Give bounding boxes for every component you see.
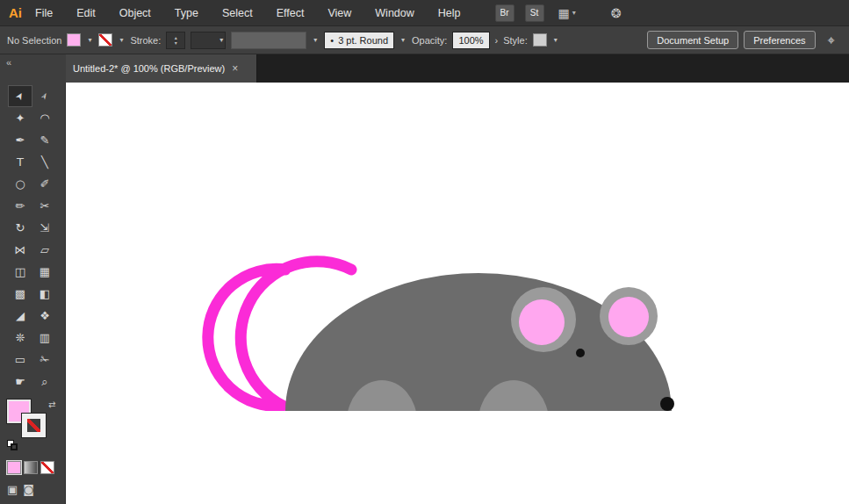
style-swatch[interactable]: [533, 33, 547, 47]
swap-fill-stroke-icon[interactable]: ⇄: [48, 400, 55, 409]
zoom-tool[interactable]: ⌕: [32, 371, 57, 392]
gradient-mode-button[interactable]: [24, 461, 38, 474]
blend-tool[interactable]: ❖: [32, 305, 57, 327]
lasso-tool-icon: ◠: [40, 112, 49, 125]
magic-wand-tool[interactable]: ✦: [8, 107, 32, 129]
artboard-tool-icon: ▭: [15, 353, 25, 366]
arrange-documents-icon[interactable]: ▦: [558, 6, 570, 20]
selection-status: No Selection: [7, 35, 61, 46]
stepper-down-icon[interactable]: ▾: [175, 40, 177, 46]
eyedropper-tool-icon: ◢: [16, 309, 25, 322]
free-transform-tool-icon: ▱: [40, 243, 49, 256]
direct-selection-tool-icon: ➢: [38, 90, 52, 102]
stroke-swatch[interactable]: [22, 414, 46, 437]
document-tab-bar: « Untitled-2* @ 100% (RGB/Preview) ×: [0, 54, 849, 83]
mouse-eye[interactable]: [576, 349, 585, 357]
stroke-weight-combo[interactable]: ▾: [191, 32, 226, 49]
variable-width-combo: [231, 32, 306, 49]
menu-help[interactable]: Help: [438, 7, 461, 19]
scissors-tool[interactable]: ✂: [32, 195, 57, 217]
stroke-color-dropdown-icon[interactable]: ▾: [118, 36, 125, 44]
menu-view[interactable]: View: [327, 7, 351, 19]
collapse-toolbar-button[interactable]: «: [0, 54, 66, 83]
mouse-ear-right-inner[interactable]: [608, 297, 649, 337]
document-setup-button[interactable]: Document Setup: [647, 31, 738, 49]
menu-bar: Ai FileEditObjectTypeSelectEffectViewWin…: [0, 0, 849, 26]
shape-builder-tool[interactable]: ◫: [8, 261, 32, 283]
line-segment-tool[interactable]: ╲: [32, 151, 57, 173]
direct-selection-tool[interactable]: ➢: [32, 85, 57, 107]
stroke-weight-dropdown-icon[interactable]: ▾: [218, 36, 225, 44]
width-tool-icon: ⋈: [15, 243, 26, 256]
menu-edit[interactable]: Edit: [76, 7, 96, 19]
perspective-grid-tool[interactable]: ▦: [32, 261, 57, 283]
ellipse-tool[interactable]: ○: [8, 173, 32, 195]
eyedropper-tool[interactable]: ◢: [8, 305, 32, 327]
preferences-button[interactable]: Preferences: [744, 31, 815, 49]
opacity-input[interactable]: 100%: [452, 32, 489, 49]
draw-normal-mode[interactable]: ▣: [7, 483, 18, 496]
style-dropdown-icon[interactable]: ▾: [552, 36, 559, 44]
pen-tool[interactable]: ✒: [8, 129, 32, 151]
arrange-documents-caret-icon[interactable]: ▾: [572, 9, 576, 17]
hand-tool-icon: ☛: [15, 375, 25, 388]
tab-close-icon[interactable]: ×: [232, 62, 238, 75]
selection-tool[interactable]: ➤: [8, 85, 32, 107]
mouse-foot-front[interactable]: [347, 380, 417, 463]
mesh-tool[interactable]: ▩: [8, 283, 32, 305]
gradient-tool[interactable]: ◧: [32, 283, 57, 305]
blend-tool-icon: ❖: [40, 309, 50, 322]
pen-tool-icon: ✒: [16, 133, 25, 147]
menu-file[interactable]: File: [35, 7, 53, 19]
symbol-sprayer-tool-icon: ❊: [16, 331, 25, 344]
lasso-tool[interactable]: ◠: [32, 107, 57, 129]
scale-tool[interactable]: ⇲: [32, 217, 57, 239]
illustrator-logo: Ai: [0, 5, 35, 20]
opacity-panel-chevron-icon[interactable]: ›: [495, 35, 499, 46]
mouse-nose[interactable]: [660, 397, 674, 411]
artboard-canvas[interactable]: [66, 83, 849, 504]
type-tool[interactable]: T: [8, 151, 32, 173]
mouse-ear-left-inner[interactable]: [519, 299, 565, 345]
menu-effect[interactable]: Effect: [277, 7, 305, 19]
fill-color-swatch[interactable]: [67, 33, 81, 47]
style-label: Style:: [503, 35, 528, 46]
stock-button[interactable]: St: [525, 4, 544, 22]
stroke-color-swatch[interactable]: [98, 33, 112, 47]
drawing-mode-buttons: ▣◙: [7, 483, 65, 496]
menu-object[interactable]: Object: [119, 7, 151, 19]
paintbrush-tool-icon: ✐: [40, 177, 50, 191]
color-mode-button[interactable]: [7, 461, 21, 474]
slice-tool[interactable]: ✁: [32, 349, 57, 371]
document-tab[interactable]: Untitled-2* @ 100% (RGB/Preview) ×: [66, 54, 257, 83]
rotate-tool[interactable]: ↻: [8, 217, 32, 239]
paintbrush-tool[interactable]: ✐: [32, 173, 57, 195]
menu-select[interactable]: Select: [222, 7, 253, 19]
none-mode-button[interactable]: [40, 461, 54, 474]
fill-color-dropdown-icon[interactable]: ▾: [86, 36, 93, 44]
menu-type[interactable]: Type: [175, 7, 198, 19]
curvature-tool[interactable]: ✎: [32, 129, 57, 151]
artboard-tool[interactable]: ▭: [8, 349, 32, 371]
column-graph-tool[interactable]: ▥: [32, 327, 57, 349]
free-transform-tool[interactable]: ▱: [32, 239, 57, 261]
menu-window[interactable]: Window: [375, 7, 414, 19]
pencil-tool[interactable]: ✏: [8, 195, 32, 217]
slice-tool-icon: ✁: [40, 353, 50, 366]
draw-behind-mode[interactable]: ◙: [23, 483, 34, 496]
touch-workspace-icon[interactable]: ⌖: [828, 32, 835, 48]
stroke-weight-stepper[interactable]: ▴ ▾: [166, 32, 185, 49]
brush-definition-dropdown-icon[interactable]: ▾: [399, 36, 407, 44]
bridge-button[interactable]: Br: [495, 4, 514, 22]
document-tab-title: Untitled-2* @ 100% (RGB/Preview): [73, 63, 225, 74]
gpu-performance-icon[interactable]: ❂: [611, 6, 622, 20]
width-tool[interactable]: ⋈: [8, 239, 32, 261]
menu-items: FileEditObjectTypeSelectEffectViewWindow…: [35, 7, 485, 19]
brush-definition-box[interactable]: • 3 pt. Round: [324, 32, 394, 49]
symbol-sprayer-tool[interactable]: ❊: [8, 327, 32, 349]
default-fill-stroke-button[interactable]: [7, 440, 19, 450]
pencil-tool-icon: ✏: [16, 199, 25, 212]
hand-tool[interactable]: ☛: [8, 371, 32, 392]
mouse-foot-back[interactable]: [478, 380, 549, 463]
tools-panel: ➤➢✦◠✒✎T╲○✐✏✂↻⇲⋈▱◫▦▩◧◢❖❊▥▭✁☛⌕ ⇄ ▣◙: [0, 83, 66, 504]
